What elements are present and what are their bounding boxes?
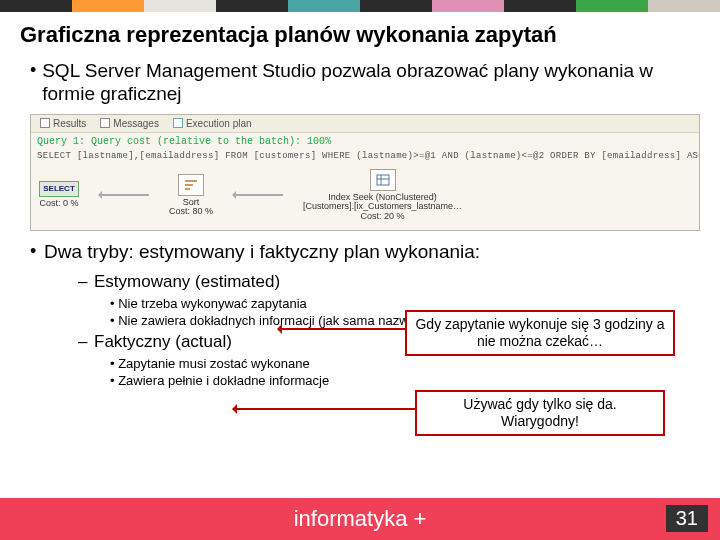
arrow-red-icon (235, 408, 415, 410)
slide-title: Graficzna reprezentacja planów wykonania… (0, 12, 720, 56)
bullet-intro: • SQL Server Management Studio pozwala o… (30, 60, 700, 106)
message-icon (100, 118, 110, 128)
ssms-screenshot: Results Messages Execution plan Query 1:… (30, 114, 700, 232)
callout-estimated: Gdy zapytanie wykonuje się 3 godziny a n… (405, 310, 675, 356)
execution-plan-graph: SELECT Cost: 0 % Sort Cost: 80 % Index S… (31, 165, 699, 231)
sub-actual-points: Zapytanie musi zostać wykonane Zawiera p… (78, 356, 700, 388)
svg-rect-2 (185, 188, 190, 190)
grid-icon (40, 118, 50, 128)
callout-actual-text: Używać gdy tylko się da. Wiarygodny! (463, 396, 616, 429)
bullet-intro-text: SQL Server Management Studio pozwala obr… (42, 60, 700, 106)
op-sort-cost: Cost: 80 % (169, 207, 213, 217)
select-icon: SELECT (39, 181, 79, 197)
sub-estimated: – Estymowany (estimated) (78, 272, 700, 292)
decorative-stripe (0, 0, 720, 12)
svg-rect-1 (185, 184, 193, 186)
query-sql: SELECT [lastname],[emailaddress] FROM [c… (31, 150, 699, 165)
op-select-cost: Cost: 0 % (39, 199, 78, 209)
callout-actual: Używać gdy tylko się da. Wiarygodny! (415, 390, 665, 436)
svg-rect-0 (185, 180, 197, 182)
tab-execution-plan: Execution plan (168, 117, 257, 130)
footer-brand: informatyka + (294, 506, 427, 532)
op-select: SELECT Cost: 0 % (39, 181, 79, 209)
footer-bar: informatyka + (0, 498, 720, 540)
sort-icon (178, 174, 204, 196)
tab-results-label: Results (53, 118, 86, 129)
op-index-seek: Index Seek (NonClustered) [Customers].[i… (303, 169, 462, 223)
tab-messages: Messages (95, 117, 164, 130)
callout-estimated-text: Gdy zapytanie wykonuje się 3 godziny a n… (415, 316, 664, 349)
act-p2: Zawiera pełnie i dokładne informacje (110, 373, 700, 388)
bullet-modes-text: Dwa tryby: estymowany i faktyczny plan w… (44, 241, 480, 264)
sub-estimated-label: Estymowany (estimated) (94, 272, 280, 292)
tab-plan-label: Execution plan (186, 118, 252, 129)
tab-messages-label: Messages (113, 118, 159, 129)
op-sort: Sort Cost: 80 % (169, 174, 213, 218)
svg-rect-3 (377, 175, 389, 185)
index-seek-icon (370, 169, 396, 191)
query-cost-line: Query 1: Query cost (relative to the bat… (31, 133, 699, 150)
op-seek-cost: Cost: 20 % (361, 212, 405, 222)
bullet-modes: • Dwa tryby: estymowany i faktyczny plan… (30, 241, 700, 264)
arrow-icon (99, 194, 149, 196)
arrow-icon (233, 194, 283, 196)
act-p1: Zapytanie musi zostać wykonane (110, 356, 700, 371)
arrow-red-icon (280, 328, 405, 330)
est-p1: Nie trzeba wykonywać zapytania (110, 296, 700, 311)
plan-icon (173, 118, 183, 128)
page-number: 31 (666, 505, 708, 532)
tab-results: Results (35, 117, 91, 130)
sub-actual-label: Faktyczny (actual) (94, 332, 232, 352)
ssms-tabs: Results Messages Execution plan (31, 115, 699, 133)
